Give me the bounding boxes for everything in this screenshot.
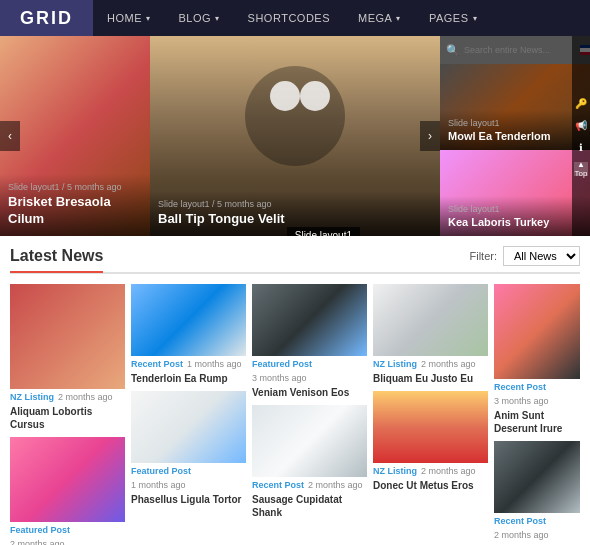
slide-title: Brisket Bresaola Cilum — [8, 194, 142, 228]
latest-news-header: Latest News Filter: All News — [10, 246, 580, 274]
slide-center: Slide layout1 / 5 months ago Ball Tip To… — [150, 36, 440, 236]
list-item: NZ Listing 2 months ago Bliquam Eu Justo… — [373, 284, 488, 385]
news-item-title[interactable]: Tenderloin Ea Rump — [131, 372, 246, 385]
info-icon[interactable]: ℹ — [574, 140, 588, 154]
chevron-down-icon: ▾ — [473, 14, 478, 23]
speaker-icon[interactable]: 📢 — [574, 118, 588, 132]
news-item-title[interactable]: Bliquam Eu Justo Eu — [373, 372, 488, 385]
list-item: Recent Post 2 months ago Vestibulum Sit … — [494, 441, 580, 545]
slide-right: 🔍 ENGLISH ▾ Slide layout1 Mowl Ea Tender… — [440, 36, 590, 236]
list-item: Recent Post 3 months ago Anim Sunt Deser… — [494, 284, 580, 435]
nav-mega[interactable]: MEGA ▾ — [344, 0, 415, 36]
list-item: Featured Post 1 months ago Phasellus Lig… — [131, 391, 246, 506]
slide-tag: Slide layout1 — [448, 118, 582, 128]
news-thumbnail — [252, 284, 367, 356]
latest-news-title: Latest News — [10, 247, 103, 273]
news-col-5: Recent Post 3 months ago Anim Sunt Deser… — [494, 284, 580, 545]
list-item: NZ Listing 2 months ago Aliquam Lobortis… — [10, 284, 125, 431]
news-meta: Recent Post 3 months ago — [494, 382, 580, 406]
news-item-title[interactable]: Anim Sunt Deserunt Irure — [494, 409, 580, 435]
news-meta: NZ Listing 2 months ago — [373, 359, 488, 369]
news-meta: Featured Post 3 months ago — [252, 359, 367, 383]
news-col-3: Featured Post 3 months ago Veniam Veniso… — [252, 284, 367, 545]
news-item-title[interactable]: Donec Ut Metus Eros — [373, 479, 488, 492]
slide-title: Ball Tip Tongue Velit — [158, 211, 432, 228]
navigation: GRID HOME ▾ BLOG ▾ SHORTCODES MEGA ▾ PAG… — [0, 0, 590, 36]
slider-next-button[interactable]: › — [420, 121, 440, 151]
news-item-title[interactable]: Sausage Cupidatat Shank — [252, 493, 367, 519]
list-item: Featured Post 2 months ago Pirloin Cupid… — [10, 437, 125, 545]
chevron-down-icon: ▾ — [396, 14, 401, 23]
news-thumbnail — [494, 441, 580, 513]
slide-right-bottom: Slide layout1 Kea Laboris Turkey — [440, 150, 590, 236]
hero-slider: Slide layout1 / 5 months ago Brisket Bre… — [0, 36, 590, 236]
news-thumbnail — [373, 284, 488, 356]
news-meta: Recent Post 1 months ago — [131, 359, 246, 369]
list-item: Featured Post 3 months ago Veniam Veniso… — [252, 284, 367, 399]
logo: GRID — [0, 0, 93, 36]
news-thumbnail — [494, 284, 580, 379]
slider-prev-button[interactable]: ‹ — [0, 121, 20, 151]
news-thumbnail — [10, 284, 125, 389]
key-icon[interactable]: 🔑 — [574, 96, 588, 110]
slide-overlay: Slide layout1 Mowl Ea Tenderlom — [440, 110, 590, 150]
news-col-2: Recent Post 1 months ago Tenderloin Ea R… — [131, 284, 246, 545]
news-thumbnail — [373, 391, 488, 463]
nav-items: HOME ▾ BLOG ▾ SHORTCODES MEGA ▾ PAGES ▾ — [93, 0, 491, 36]
top-button[interactable]: ▲Top — [574, 162, 588, 176]
news-item-title[interactable]: Phasellus Ligula Tortor — [131, 493, 246, 506]
news-meta: NZ Listing 2 months ago — [10, 392, 125, 402]
slide-right-top: Slide layout1 Mowl Ea Tenderlom — [440, 64, 590, 150]
news-meta: Featured Post 1 months ago — [131, 466, 246, 490]
search-input[interactable] — [464, 45, 576, 55]
nav-home[interactable]: HOME ▾ — [93, 0, 165, 36]
slide-tag: Slide layout1 / 5 months ago — [158, 199, 432, 209]
search-icon: 🔍 — [446, 44, 460, 57]
news-item-title[interactable]: Veniam Venison Eos — [252, 386, 367, 399]
slide-left-overlay: Slide layout1 / 5 months ago Brisket Bre… — [0, 174, 150, 236]
list-item: NZ Listing 2 months ago Donec Ut Metus E… — [373, 391, 488, 492]
chevron-down-icon: ▾ — [146, 14, 151, 23]
news-meta: Recent Post 2 months ago — [252, 480, 367, 490]
filter-area: Filter: All News — [470, 246, 581, 266]
news-meta: Recent Post 2 months ago — [494, 516, 580, 540]
slide-overlay: Slide layout1 Kea Laboris Turkey — [440, 196, 590, 236]
news-col-1: NZ Listing 2 months ago Aliquam Lobortis… — [10, 284, 125, 545]
news-thumbnail — [131, 391, 246, 463]
slide-title: Kea Laboris Turkey — [448, 216, 582, 228]
filter-select[interactable]: All News — [503, 246, 580, 266]
filter-label: Filter: — [470, 250, 498, 262]
nav-shortcodes[interactable]: SHORTCODES — [234, 0, 344, 36]
nav-pages[interactable]: PAGES ▾ — [415, 0, 491, 36]
slide-center-overlay: Slide layout1 / 5 months ago Ball Tip To… — [150, 191, 440, 236]
nav-blog[interactable]: BLOG ▾ — [165, 0, 234, 36]
news-meta: NZ Listing 2 months ago — [373, 466, 488, 476]
slide-title: Mowl Ea Tenderlom — [448, 130, 582, 142]
news-col-4: NZ Listing 2 months ago Bliquam Eu Justo… — [373, 284, 488, 545]
list-item: Recent Post 1 months ago Tenderloin Ea R… — [131, 284, 246, 385]
chevron-down-icon: ▾ — [215, 14, 220, 23]
news-thumbnail — [131, 284, 246, 356]
slide-tag: Slide layout1 — [448, 204, 582, 214]
latest-news-section: Latest News Filter: All News NZ Listing … — [0, 236, 590, 545]
news-thumbnail — [252, 405, 367, 477]
list-item: Recent Post 2 months ago Sausage Cupidat… — [252, 405, 367, 519]
news-item-title[interactable]: Aliquam Lobortis Cursus — [10, 405, 125, 431]
slide-tools: 🔑 📢 ℹ ▲Top — [572, 36, 590, 236]
news-meta: Featured Post 2 months ago — [10, 525, 125, 545]
slide-left: Slide layout1 / 5 months ago Brisket Bre… — [0, 36, 150, 236]
news-thumbnail — [10, 437, 125, 522]
slide-tag: Slide layout1 / 5 months ago — [8, 182, 142, 192]
